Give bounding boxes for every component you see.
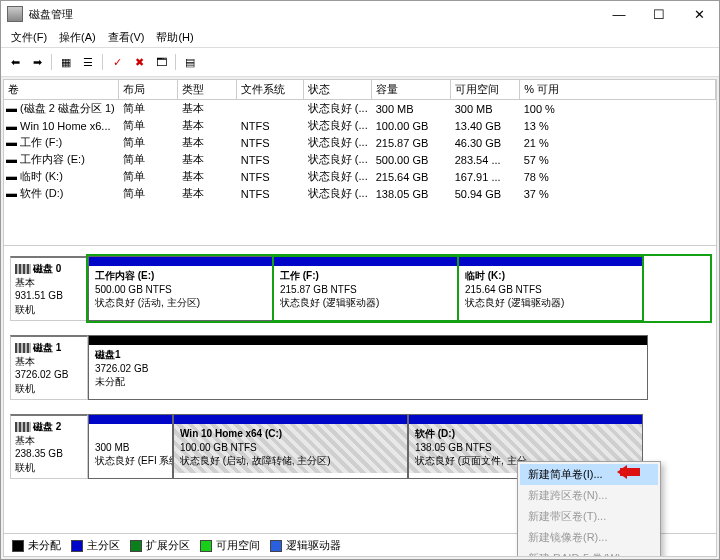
titlebar: 磁盘管理 — ☐ ✕ (1, 1, 719, 27)
menu-action[interactable]: 操作(A) (53, 28, 102, 47)
check-icon[interactable]: ✓ (107, 52, 127, 72)
table-row[interactable]: ▬ 工作内容 (E:)简单基本NTFS状态良好 (...500.00 GB283… (4, 151, 716, 168)
context-menu-item: 新建镜像卷(R)... (520, 527, 658, 548)
partition[interactable]: Win 10 Home x64 (C:)100.00 GB NTFS状态良好 (… (173, 414, 408, 479)
disk-header[interactable]: 磁盘 1基本3726.02 GB联机 (10, 335, 88, 400)
menubar: 文件(F) 操作(A) 查看(V) 帮助(H) (1, 27, 719, 47)
close-button[interactable]: ✕ (679, 1, 719, 27)
legend-item: 逻辑驱动器 (270, 538, 341, 553)
app-icon (7, 6, 23, 22)
toolbar: ⬅ ➡ ▦ ☰ ✓ ✖ 🗔 ▤ (1, 47, 719, 77)
partition[interactable]: 临时 (K:)215.64 GB NTFS状态良好 (逻辑驱动器) (458, 256, 643, 321)
forward-icon[interactable]: ➡ (27, 52, 47, 72)
disk-management-window: 磁盘管理 — ☐ ✕ 文件(F) 操作(A) 查看(V) 帮助(H) ⬅ ➡ ▦… (0, 0, 720, 560)
menu-file[interactable]: 文件(F) (5, 28, 53, 47)
maximize-button[interactable]: ☐ (639, 1, 679, 27)
menu-help[interactable]: 帮助(H) (150, 28, 199, 47)
table-row[interactable]: ▬ 软件 (D:)简单基本NTFS状态良好 (...138.05 GB50.94… (4, 185, 716, 202)
col-status[interactable]: 状态 (304, 80, 372, 100)
volume-table[interactable]: 卷 布局 类型 文件系统 状态 容量 可用空间 % 可用 ▬ (磁盘 2 磁盘分… (4, 80, 716, 246)
context-menu-item: 新建 RAID-5 卷(W)... (520, 548, 658, 557)
col-layout[interactable]: 布局 (119, 80, 178, 100)
properties-icon[interactable]: 🗔 (151, 52, 171, 72)
list-icon[interactable]: ☰ (78, 52, 98, 72)
content-area: 卷 布局 类型 文件系统 状态 容量 可用空间 % 可用 ▬ (磁盘 2 磁盘分… (3, 79, 717, 557)
window-title: 磁盘管理 (29, 7, 599, 22)
col-type[interactable]: 类型 (178, 80, 237, 100)
callout-arrow-icon (610, 465, 640, 479)
col-fs[interactable]: 文件系统 (237, 80, 304, 100)
disk-header[interactable]: 磁盘 0基本931.51 GB联机 (10, 256, 88, 321)
partition[interactable]: 磁盘13726.02 GB未分配 (88, 335, 648, 400)
table-row[interactable]: ▬ Win 10 Home x6...简单基本NTFS状态良好 (...100.… (4, 117, 716, 134)
menu-view[interactable]: 查看(V) (102, 28, 151, 47)
partition[interactable]: 工作 (F:)215.87 GB NTFS状态良好 (逻辑驱动器) (273, 256, 458, 321)
legend-item: 扩展分区 (130, 538, 190, 553)
minimize-button[interactable]: — (599, 1, 639, 27)
table-row[interactable]: ▬ 工作 (F:)简单基本NTFS状态良好 (...215.87 GB46.30… (4, 134, 716, 151)
table-row[interactable]: ▬ (磁盘 2 磁盘分区 1)简单基本状态良好 (...300 MB300 MB… (4, 100, 716, 118)
disk-header[interactable]: 磁盘 2基本238.35 GB联机 (10, 414, 88, 479)
col-vol[interactable]: 卷 (4, 80, 119, 100)
partition[interactable]: 工作内容 (E:)500.00 GB NTFS状态良好 (活动, 主分区) (88, 256, 273, 321)
col-free[interactable]: 可用空间 (451, 80, 520, 100)
partition[interactable]: 300 MB状态良好 (EFI 系统分 (88, 414, 173, 479)
legend-item: 主分区 (71, 538, 120, 553)
panes-icon[interactable]: ▦ (56, 52, 76, 72)
context-menu-item: 新建带区卷(T)... (520, 506, 658, 527)
delete-icon[interactable]: ✖ (129, 52, 149, 72)
col-cap[interactable]: 容量 (372, 80, 451, 100)
legend-item: 未分配 (12, 538, 61, 553)
back-icon[interactable]: ⬅ (5, 52, 25, 72)
table-row[interactable]: ▬ 临时 (K:)简单基本NTFS状态良好 (...215.64 GB167.9… (4, 168, 716, 185)
col-pct[interactable]: % 可用 (520, 80, 716, 100)
layout-icon[interactable]: ▤ (180, 52, 200, 72)
context-menu-item: 新建跨区卷(N)... (520, 485, 658, 506)
legend-item: 可用空间 (200, 538, 260, 553)
